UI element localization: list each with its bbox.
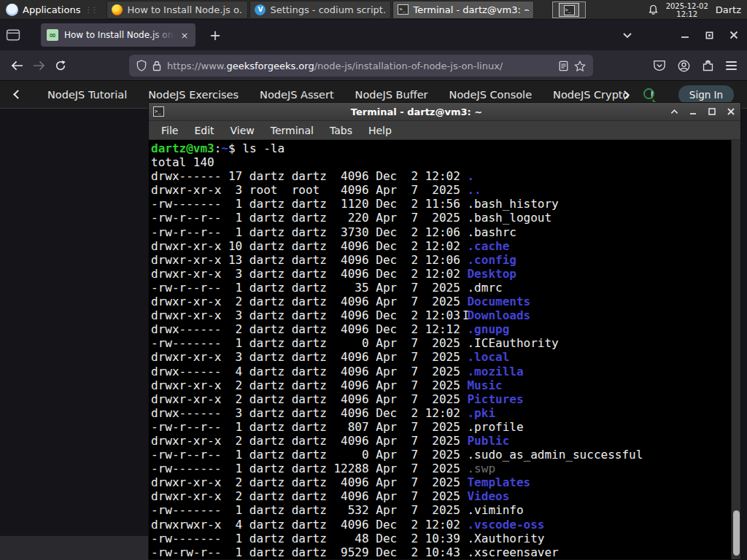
terminal-listing-line: -rw-r--r-- 1 dartz dartz 220 Apr 7 2025 … [151,211,740,225]
reload-button[interactable] [50,55,71,77]
terminal-listing-line: drwxr-xr-x 2 dartz dartz 4096 Apr 7 2025… [151,475,740,489]
applications-menu-button[interactable]: Applications ⋮⋮ [0,0,107,20]
terminal-listing-line: drwxr-xr-x 2 dartz dartz 4096 Apr 7 2025… [151,295,740,308]
file-name: .bash_history [467,197,558,211]
close-icon[interactable] [729,31,738,39]
taskbar-window-button[interactable]: >_Terminal - dartz@vm3: ~ [392,1,534,19]
tracking-protection-shield-icon[interactable] [136,60,147,71]
terminal-listing-line: drwxr-xr-x 2 dartz dartz 4096 Apr 7 2025… [151,489,740,503]
window-controls [622,20,747,50]
terminal-menu-tabs[interactable]: Tabs [323,123,359,138]
file-name: .xscreensaver [467,545,558,559]
url-bar[interactable]: https://www.geeksforgeeks.org/node-js/in… [129,55,593,77]
terminal-listing-line: -rw-rw-r-- 1 dartz dartz 9529 Dec 2 10:4… [151,545,740,559]
shade-window-icon[interactable] [669,106,679,117]
taskbar-window-title: Settings - codium script... [270,4,386,15]
file-name: .bash_logout [467,211,551,225]
minimize-icon[interactable] [688,106,698,117]
pocket-icon[interactable] [653,60,666,71]
terminal-prompt-line: dartz@vm3:~$ ls -la [151,141,740,155]
prompt-command: $ ls -la [228,141,285,155]
terminal-listing-line: drwxr-xr-x 3 dartz dartz 4096 Dec 2 12:0… [151,267,740,281]
menu-hamburger-icon[interactable] [726,61,737,70]
file-name: Music [467,378,502,392]
geeksforgeeks-favicon: ∞ [47,29,58,41]
account-icon[interactable] [678,60,690,72]
terminal-listing-line: -rw------- 1 dartz dartz 12288 Apr 7 202… [151,462,740,475]
nav-link[interactable]: NodeJS Console [449,89,533,101]
file-name: .viminfo [467,503,523,517]
file-name: .Xauthority [467,532,544,545]
taskbar-window-title: How to Install Node.js o... [127,4,243,15]
clock[interactable]: 2025-12-02 12:12 [666,2,708,18]
terminal-listing-line: -rw------- 1 dartz dartz 0 Apr 7 2025 .I… [151,336,740,350]
url-domain: geeksforgeeks.org [226,61,314,71]
maximize-icon[interactable] [707,106,717,117]
firefox-view-icon[interactable] [6,29,20,41]
clock-date: 2025-12-02 [666,2,708,10]
toolbar-right-icons [653,50,747,81]
bookmark-star-icon[interactable] [574,61,586,71]
lock-icon[interactable] [152,61,161,71]
terminal-menu-terminal[interactable]: Terminal [264,123,320,138]
terminal-title: Terminal - dartz@vm3: ~ [164,106,669,117]
file-name: Videos [467,489,509,503]
terminal-scrollbar-thumb[interactable] [733,510,740,556]
notification-bell-icon[interactable] [648,4,659,15]
terminal-listing-line: drwxr-xr-x 3 dartz dartz 4096 Apr 7 2025… [151,350,740,364]
tab-close-icon[interactable]: × [178,28,191,42]
webpage-footer-band [0,536,148,560]
terminal-window: >_ Terminal - dartz@vm3: ~ FileEditViewT… [148,102,741,560]
terminal-scrollbar[interactable] [731,140,740,559]
nav-link[interactable]: NodeJS Exercises [148,89,239,101]
terminal-listing-line: drwxr-xr-x 3 root root 4096 Apr 7 2025 .… [151,183,740,197]
terminal-menu-view[interactable]: View [224,123,261,138]
terminal-menu-help[interactable]: Help [362,123,398,138]
forward-button[interactable] [28,55,50,77]
terminal-listing-line: drwx------ 2 dartz dartz 4096 Dec 2 12:1… [151,322,740,336]
url-prefix: https://www. [167,61,226,71]
extensions-icon[interactable] [702,60,714,72]
terminal-titlebar[interactable]: >_ Terminal - dartz@vm3: ~ [149,103,740,121]
nav-scroll-left-icon[interactable] [13,90,23,99]
terminal-menubar: FileEditViewTerminalTabsHelp [149,121,740,140]
terminal-listing: drwx------ 17 dartz dartz 4096 Dec 2 12:… [151,169,740,559]
firefox-icon [112,4,123,15]
back-button[interactable] [6,55,28,77]
workspace-mini-window: >_ [559,3,579,17]
workspace-switcher[interactable]: >_ [552,1,586,18]
list-all-tabs-icon[interactable] [622,32,632,39]
taskbar-window-button[interactable]: How to Install Node.js o... [107,1,248,19]
search-icon[interactable] [643,88,654,99]
terminal-listing-line: drwxr-xr-x 2 dartz dartz 4096 Apr 7 2025… [151,434,740,448]
taskbar-window-button[interactable]: VSettings - codium script... [249,1,391,19]
terminal-window-buttons [669,106,736,117]
nav-link[interactable]: NodeJS Tutorial [47,89,127,101]
xfce-logo-icon [6,4,18,16]
browser-tab-active[interactable]: ∞ How to Install Node.js on × [41,23,196,47]
new-tab-button[interactable]: + [206,26,225,44]
terminal-icon: >_ [564,5,575,15]
clock-time: 12:12 [666,10,708,18]
terminal-listing-line: -rw------- 1 dartz dartz 532 Apr 7 2025 … [151,503,740,517]
file-name: Desktop [467,267,516,281]
url-path: /node-js/installation-of-node-js-on-linu… [314,61,503,71]
close-icon[interactable] [726,106,736,117]
file-name: Templates [467,475,530,489]
file-name: .config [467,253,516,267]
codium-icon: V [255,4,266,15]
reader-mode-icon[interactable] [559,61,568,71]
file-name: . [467,169,474,183]
nav-link[interactable]: NodeJS Assert [260,89,334,101]
terminal-menu-file[interactable]: File [155,123,185,138]
file-name: .local [467,350,509,364]
terminal-content[interactable]: dartz@vm3:~$ ls -la total 140 drwx------… [149,140,740,559]
file-name: .dmrc [467,281,502,295]
nav-link[interactable]: NodeJS Crypto [553,89,629,101]
url-text[interactable]: https://www.geeksforgeeks.org/node-js/in… [167,61,553,71]
terminal-menu-edit[interactable]: Edit [187,123,220,138]
nav-link[interactable]: NodeJS Buffer [355,89,428,101]
minimize-icon[interactable] [681,31,689,39]
user-menu[interactable]: Dartz [716,4,741,15]
maximize-icon[interactable] [705,31,713,39]
